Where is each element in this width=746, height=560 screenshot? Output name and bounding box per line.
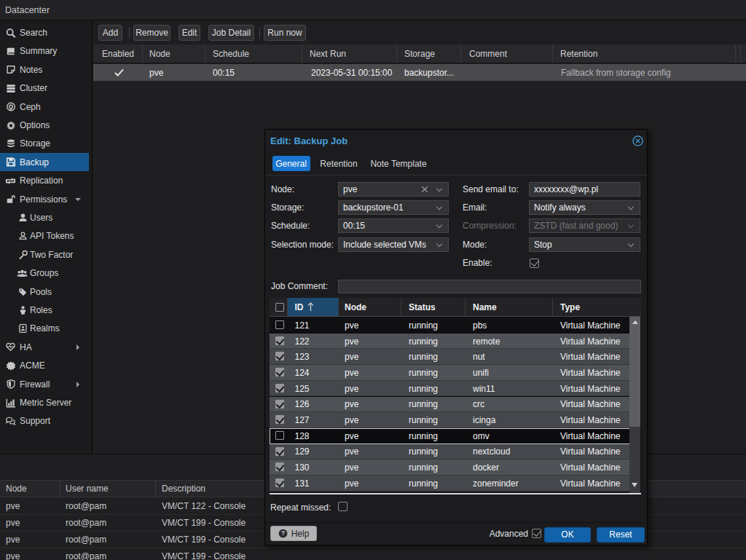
svg-text:?: ?: [281, 529, 285, 537]
